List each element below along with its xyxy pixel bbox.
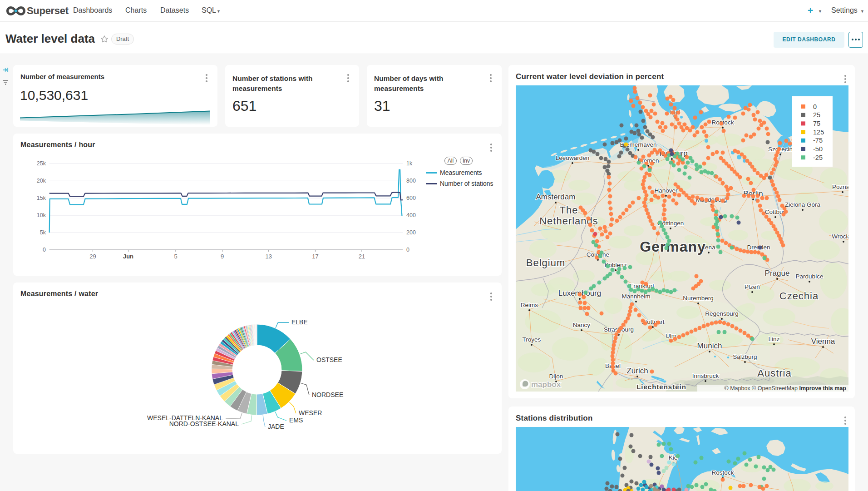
svg-text:Belgium: Belgium (526, 257, 565, 268)
svg-text:-50: -50 (813, 145, 823, 153)
svg-text:Reims: Reims (521, 302, 538, 308)
svg-text:5: 5 (174, 253, 177, 260)
svg-text:125: 125 (813, 129, 824, 136)
svg-text:Innsbruck: Innsbruck (692, 372, 719, 379)
svg-text:WESEL-DATTELN-KANAL: WESEL-DATTELN-KANAL (147, 414, 223, 422)
svg-text:Jun: Jun (123, 253, 133, 260)
svg-text:400: 400 (406, 212, 416, 218)
svg-text:OSTSEE: OSTSEE (316, 356, 342, 363)
svg-text:Salzburg: Salzburg (733, 353, 757, 360)
svg-text:Prague: Prague (765, 269, 790, 278)
svg-text:JADE: JADE (268, 423, 284, 430)
svg-text:13: 13 (266, 253, 272, 260)
svg-text:Regensburg: Regensburg (705, 310, 739, 317)
svg-text:1k: 1k (406, 160, 413, 167)
svg-text:Zielona Góra: Zielona Góra (785, 201, 821, 208)
svg-text:Vienna: Vienna (811, 337, 835, 346)
svg-text:ELBE: ELBE (291, 318, 308, 326)
svg-text:Linz: Linz (769, 336, 780, 342)
svg-text:Wrocław: Wrocław (832, 233, 848, 240)
svg-text:0: 0 (406, 247, 409, 253)
svg-text:200: 200 (406, 229, 416, 236)
svg-text:-75: -75 (813, 137, 823, 144)
svg-text:Zurich: Zurich (626, 367, 648, 375)
svg-text:mapbox: mapbox (531, 380, 561, 389)
svg-text:75: 75 (813, 120, 820, 127)
svg-text:Czechia: Czechia (779, 290, 819, 302)
svg-text:Rostock: Rostock (712, 469, 734, 476)
svg-text:Nuremberg: Nuremberg (683, 295, 714, 302)
svg-text:20k: 20k (37, 178, 46, 184)
svg-text:25: 25 (813, 111, 820, 119)
svg-text:10k: 10k (37, 212, 46, 218)
svg-text:© Mapbox © OpenStreetMap Impro: © Mapbox © OpenStreetMap Improve this ma… (724, 385, 846, 392)
svg-text:Amsterdam: Amsterdam (536, 193, 576, 201)
svg-text:Austria: Austria (757, 367, 791, 379)
svg-text:Plzeň: Plzeň (745, 283, 760, 290)
svg-text:WESER: WESER (299, 409, 322, 417)
svg-text:29: 29 (89, 253, 96, 260)
svg-text:Pardubice: Pardubice (796, 273, 824, 280)
svg-text:5k: 5k (40, 229, 46, 236)
svg-text:The: The (560, 204, 578, 216)
svg-text:0: 0 (43, 247, 46, 253)
svg-text:Germany: Germany (640, 238, 706, 255)
svg-text:Liechtenstein: Liechtenstein (636, 383, 686, 391)
svg-text:NORDSEE: NORDSEE (312, 391, 343, 398)
svg-text:25k: 25k (37, 160, 46, 167)
svg-text:21: 21 (359, 253, 365, 260)
svg-text:Munich: Munich (697, 342, 722, 350)
svg-text:15k: 15k (37, 195, 46, 201)
svg-text:Dijon: Dijon (549, 373, 563, 380)
svg-text:Nancy: Nancy (573, 322, 591, 328)
svg-text:9: 9 (221, 253, 224, 260)
svg-text:EMS: EMS (289, 417, 303, 424)
svg-text:600: 600 (406, 195, 416, 201)
svg-text:800: 800 (406, 178, 416, 184)
svg-text:-25: -25 (813, 154, 823, 161)
svg-text:Troyes: Troyes (523, 336, 541, 343)
svg-text:17: 17 (312, 253, 318, 260)
svg-text:Poznań: Poznań (832, 184, 848, 190)
svg-text:Leeuwarden: Leeuwarden (556, 154, 589, 161)
svg-text:0: 0 (813, 103, 817, 110)
